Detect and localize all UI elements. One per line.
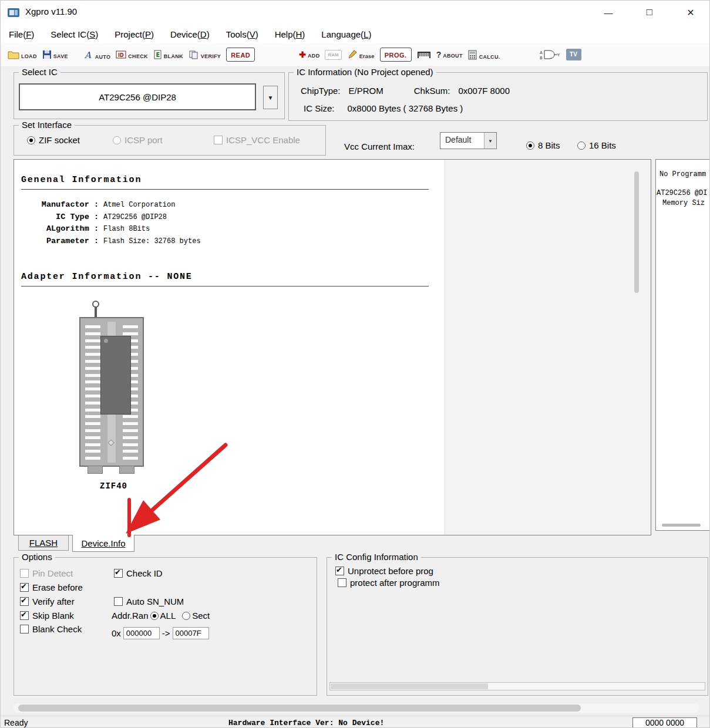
svg-text:B: B <box>540 56 543 60</box>
ic-size-label: IC Size: <box>304 103 335 113</box>
general-information-section: Genenal Information Manufactor : Atmel C… <box>21 175 438 287</box>
sect-radio[interactable] <box>182 612 190 620</box>
checkbox-icon <box>114 597 123 606</box>
logic-gate-button[interactable]: A B Y <box>540 49 561 60</box>
checkbox-icon <box>338 578 346 587</box>
dropdown-arrow-icon[interactable] <box>484 133 496 149</box>
set-interface-group: Set Interface ZIF socket ICSP port ICSP_… <box>14 125 326 156</box>
skip-blank-label: Skip Blank <box>32 611 74 621</box>
erase-button[interactable]: Erase <box>347 50 375 59</box>
ic-information-group: IC Information (No Project opened) ChipT… <box>288 72 708 121</box>
divider <box>21 286 429 287</box>
8-bits-label: 8 Bits <box>538 140 560 150</box>
auto-sn-checkbox[interactable]: Auto SN_NUM <box>114 596 183 606</box>
blank-button[interactable]: E BLANK <box>153 50 183 59</box>
ic-config-group-label: IC Config Information <box>332 552 421 562</box>
calcu-label: CALCU. <box>479 54 500 60</box>
protect-after-checkbox[interactable]: protect after programm <box>338 578 440 588</box>
vcc-current-value: Default <box>445 135 471 144</box>
ic-information-group-label: IC Information (No Project opened) <box>294 67 436 77</box>
ram-chip-icon: RAM <box>325 50 341 60</box>
checkbox-icon <box>20 611 29 620</box>
erase-before-checkbox[interactable]: Erase before <box>20 582 83 592</box>
prog-button[interactable]: PROG. <box>380 48 412 62</box>
range-to-input[interactable] <box>173 627 209 639</box>
maximize-button[interactable]: □ <box>636 1 663 24</box>
check-id-checkbox[interactable]: Check ID <box>114 568 163 578</box>
options-group: Options Pin Detect Check ID Erase before… <box>14 557 317 696</box>
pin-test-button[interactable] <box>417 50 431 59</box>
load-button[interactable]: LOAD <box>8 50 37 59</box>
menu-device[interactable]: Device(D) <box>162 29 218 39</box>
zif-pin-slots-left <box>85 325 100 460</box>
status-ready: Ready <box>4 718 28 727</box>
menu-file[interactable]: File(F) <box>1 29 42 39</box>
icsp-port-label: ICSP port <box>124 135 163 145</box>
auto-label: AUTO <box>95 54 111 60</box>
select-ic-group: Select IC AT29C256 @DIP28 <box>14 72 285 119</box>
tab-device-info[interactable]: Device.Info <box>72 535 134 552</box>
status-counter: 0000 0000 <box>632 717 697 728</box>
unprotect-before-checkbox[interactable]: Unprotect before prog <box>335 566 433 576</box>
programmer-status-line: No Programm <box>659 170 706 178</box>
auto-icon: A <box>84 50 93 60</box>
ic-combobox[interactable]: AT29C256 @DIP28 <box>19 83 256 110</box>
all-radio[interactable] <box>150 612 159 620</box>
blank-check-checkbox[interactable]: Blank Check <box>20 624 82 634</box>
tab-flash[interactable]: FLASH <box>18 535 69 551</box>
check-id-button[interactable]: ID CHECK <box>116 50 148 59</box>
main-horizontal-scrollbar[interactable] <box>14 703 699 713</box>
scrollbar-thumb[interactable] <box>18 705 581 712</box>
menu-select-ic[interactable]: Select IC(S) <box>42 29 106 39</box>
menu-help[interactable]: Help(H) <box>267 29 314 39</box>
zif-socket-label: ZIF socket <box>39 135 80 145</box>
menu-project[interactable]: Project(P) <box>106 29 162 39</box>
skip-blank-checkbox[interactable]: Skip Blank <box>20 611 74 621</box>
vcc-current-select[interactable]: Default <box>440 132 497 149</box>
config-horizontal-scrollbar[interactable] <box>329 682 705 690</box>
close-icon: ✕ <box>687 7 694 18</box>
about-button[interactable]: ? ABOUT <box>436 50 463 59</box>
verify-after-checkbox[interactable]: Verify after <box>20 596 75 606</box>
horizontal-scrollbar-thumb[interactable] <box>662 524 701 527</box>
info-row-manufactor: Manufactor : Atmel Corporation <box>21 199 438 211</box>
ic-combobox-dropdown-button[interactable] <box>263 86 278 109</box>
icsp-port-radio: ICSP port <box>113 135 163 145</box>
menu-tools[interactable]: Tools(V) <box>218 29 267 39</box>
status-bar: Ready Hardware Interface Ver: No Device!… <box>1 716 709 728</box>
chip-type-value: E/PROM <box>349 86 383 96</box>
inserted-chip <box>100 336 131 414</box>
zif-foot <box>88 466 103 474</box>
app-icon <box>7 6 20 19</box>
auto-button[interactable]: A AUTO <box>84 50 111 60</box>
zif-socket-radio[interactable]: ZIF socket <box>27 135 80 145</box>
set-interface-group-label: Set Interface <box>19 120 75 130</box>
add-button[interactable]: ✚ ADD <box>299 50 319 59</box>
menu-language[interactable]: Language(L) <box>313 29 379 39</box>
question-icon: ? <box>436 50 442 59</box>
close-button[interactable]: ✕ <box>677 1 704 24</box>
eraser-pencil-icon <box>347 50 358 59</box>
minimize-button[interactable]: — <box>595 1 622 24</box>
address-range-inputs: 0x -> <box>112 627 209 639</box>
16-bits-radio[interactable]: 16 Bits <box>577 140 616 150</box>
ram-button-disabled: RAM <box>325 50 341 60</box>
menu-bar: File(F) Select IC(S) Project(P) Device(D… <box>1 24 709 44</box>
scrollbar-thumb[interactable] <box>331 683 488 689</box>
svg-text:A: A <box>84 50 92 60</box>
save-button[interactable]: SAVE <box>42 50 68 59</box>
range-from-input[interactable] <box>123 627 160 639</box>
ic-info-row-1: ChipType:E/PROMChkSum:0x007F 8000 <box>301 86 510 96</box>
toolbar: LOAD SAVE A AUTO ID CHECK E BLANK VERIFY… <box>1 43 709 66</box>
general-information-title: Genenal Information <box>21 175 438 185</box>
zif-foot <box>119 466 134 474</box>
read-button[interactable]: READ <box>226 48 255 62</box>
8-bits-radio[interactable]: 8 Bits <box>526 140 560 150</box>
add-label: ADD <box>308 53 319 59</box>
vertical-scrollbar-thumb[interactable] <box>634 171 639 293</box>
verify-label: VERIFY <box>201 53 221 59</box>
calculator-button[interactable]: CALCU. <box>468 50 500 60</box>
open-folder-icon <box>8 50 19 59</box>
verify-button[interactable]: VERIFY <box>189 50 221 59</box>
tv-button[interactable]: TV <box>566 49 581 60</box>
